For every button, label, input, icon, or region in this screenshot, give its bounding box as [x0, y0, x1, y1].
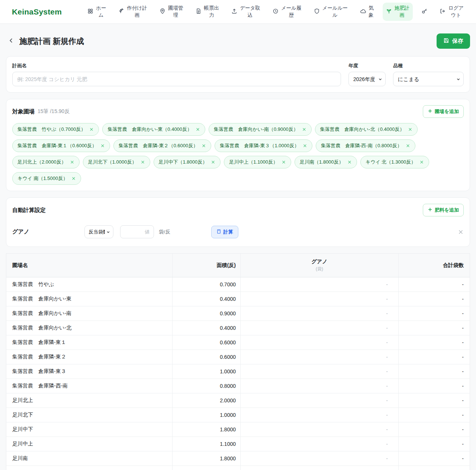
- cell-field-name: 集落営農 倉庫隣-東１: [6, 335, 172, 350]
- cell-field-name: 足川南: [6, 451, 172, 466]
- cloud-icon: [360, 8, 366, 16]
- header-fertilizer-unit: (袋): [316, 266, 323, 272]
- calc-mode-select[interactable]: 反当袋数: [84, 225, 113, 238]
- add-fertilizer-button[interactable]: 肥料を追加: [423, 204, 464, 216]
- field-chip-label: キウイ 南（1.5000反）: [17, 175, 68, 182]
- add-field-button[interactable]: 圃場を追加: [423, 105, 464, 118]
- nav-item-data-import[interactable]: データ取 込: [228, 3, 264, 20]
- cell-area: 1.0000: [172, 364, 240, 379]
- cell-fertilizer-bags: -: [240, 321, 398, 335]
- variety-select[interactable]: にこまる: [393, 72, 464, 86]
- header-fertilizer-name: グアノ: [312, 258, 328, 265]
- cell-area: 0.6000: [172, 335, 240, 350]
- field-chip-label: 集落営農 倉庫向かい-東（0.4000反）: [107, 126, 192, 133]
- cell-fertilizer-bags: -: [240, 437, 398, 451]
- field-chip: 集落営農 倉庫隣-東１（0.6000反）: [12, 139, 110, 152]
- save-button[interactable]: 保存: [437, 33, 470, 49]
- nav-item-field-management[interactable]: 圃場管 理: [156, 3, 187, 20]
- chip-close-button[interactable]: [202, 144, 206, 148]
- target-fields-summary: 15筆 /15.90反: [38, 108, 70, 115]
- table-row: 集落営農 倉庫向かい-東 0.4000 - -: [6, 292, 470, 306]
- cell-total-bags: -: [398, 466, 470, 470]
- chip-close-button[interactable]: [100, 144, 105, 148]
- cell-area: 1.8000: [172, 451, 240, 466]
- chip-close-button[interactable]: [70, 160, 74, 164]
- plus-icon: [428, 207, 432, 213]
- chip-close-button[interactable]: [211, 160, 215, 164]
- table-row: 集落営農 倉庫隣-東３ 1.0000 - -: [6, 364, 470, 379]
- nav-item-logout[interactable]: ログア ウト: [436, 3, 467, 20]
- nav-item-report-output[interactable]: 帳票出 力: [192, 3, 223, 20]
- field-chip-label: 集落営農 倉庫隣-東１（0.6000反）: [17, 142, 97, 149]
- fertilizer-name: グアノ: [12, 228, 84, 235]
- year-select[interactable]: 2026年度: [348, 72, 386, 86]
- chip-close-button[interactable]: [141, 160, 145, 164]
- cell-total-bags: -: [398, 451, 470, 466]
- fertilization-table: 圃場名 面積(反) グアノ (袋) 合計袋数 集落営農 竹やぶ 0.7000 -…: [6, 253, 470, 470]
- chip-close-button[interactable]: [419, 160, 424, 164]
- chip-close-button[interactable]: [303, 144, 307, 148]
- sprout-icon: [386, 8, 392, 16]
- header-fertilizer: グアノ (袋): [240, 254, 398, 277]
- cell-fertilizer-bags: -: [240, 408, 398, 422]
- calculator-icon: [216, 229, 221, 235]
- nav-item-home[interactable]: ホー ム: [84, 3, 109, 20]
- plan-form-card: 計画名 年度 2026年度 品種 にこまる: [6, 56, 470, 93]
- nav-item-mail-history[interactable]: メール履 歴: [269, 3, 305, 20]
- cell-area: 0.6000: [172, 350, 240, 364]
- cell-total-bags: -: [398, 350, 470, 364]
- target-fields-title: 対象圃場: [12, 108, 35, 115]
- cell-field-name: 足川中下: [6, 422, 172, 437]
- cell-field-name: 足川北上: [6, 393, 172, 408]
- calc-value-input[interactable]: [120, 225, 154, 238]
- nav-item-cropping-plan[interactable]: 作付け計 画: [115, 3, 151, 20]
- plan-name-input[interactable]: [12, 72, 341, 86]
- chip-close-button[interactable]: [71, 176, 76, 181]
- cell-area: 0.7000: [172, 277, 240, 292]
- chip-close-button[interactable]: [89, 127, 94, 132]
- cell-total-bags: -: [398, 292, 470, 306]
- nav-item-mail-rules[interactable]: メールルー ル: [311, 3, 351, 20]
- cell-fertilizer-bags: -: [240, 379, 398, 393]
- chip-close-button[interactable]: [196, 127, 200, 132]
- nav-label: メールルー ル: [322, 5, 348, 18]
- nav-label: 施肥計 画: [395, 5, 410, 18]
- nav-item-weather[interactable]: 気 象: [357, 3, 377, 20]
- field-chip-label: 足川北上（2.0000反）: [17, 159, 66, 165]
- wheat-icon: [119, 8, 125, 16]
- table-row: 集落営農 倉庫隣-東１ 0.6000 - -: [6, 335, 470, 350]
- cell-fertilizer-bags: -: [240, 335, 398, 350]
- field-chip: 集落営農 倉庫隣-西-南（0.8000反）: [316, 139, 415, 152]
- back-button[interactable]: [6, 36, 16, 46]
- cell-fertilizer-bags: -: [240, 451, 398, 466]
- field-chip: キウイ 北（1.3000反）: [360, 156, 429, 168]
- chip-close-button[interactable]: [408, 127, 412, 132]
- field-chip: 集落営農 倉庫向かい-南（0.9000反）: [209, 123, 312, 136]
- field-chip-list: 集落営農 竹やぶ（0.7000反） 集落営農 倉庫向かい-東（0.4000反） …: [12, 123, 464, 185]
- chip-close-button[interactable]: [347, 160, 352, 164]
- calculate-button[interactable]: 計算: [211, 226, 238, 238]
- document-icon: [196, 8, 202, 16]
- cell-area: 0.8000: [172, 379, 240, 393]
- cell-total-bags: -: [398, 437, 470, 451]
- field-chip-label: 足川中下（1.8000反）: [159, 159, 208, 165]
- floppy-icon: [443, 38, 449, 45]
- remove-fertilizer-button[interactable]: [458, 229, 464, 235]
- nav-item-fertilization-plan[interactable]: 施肥計 画: [383, 3, 413, 20]
- nav-label: 気 象: [369, 5, 374, 18]
- nav-label: メール履 歴: [281, 5, 302, 18]
- chip-close-button[interactable]: [282, 160, 286, 164]
- chip-close-button[interactable]: [406, 144, 410, 148]
- chip-close-button[interactable]: [302, 127, 306, 132]
- field-chip-label: 足川北下（1.0000反）: [88, 159, 137, 165]
- api-key-button[interactable]: [418, 5, 431, 19]
- add-fertilizer-button-label: 肥料を追加: [435, 207, 459, 213]
- cell-fertilizer-bags: -: [240, 292, 398, 306]
- logout-icon: [440, 8, 446, 16]
- field-chip-label: 集落営農 倉庫隣-西-南（0.8000反）: [321, 142, 402, 149]
- field-chip-label: 集落営農 倉庫向かい-北（0.4000反）: [320, 126, 405, 133]
- auto-calc-title: 自動計算設定: [12, 207, 46, 214]
- cell-total-bags: -: [398, 408, 470, 422]
- variety-label: 品種: [393, 62, 464, 69]
- cell-area: 1.8000: [172, 422, 240, 437]
